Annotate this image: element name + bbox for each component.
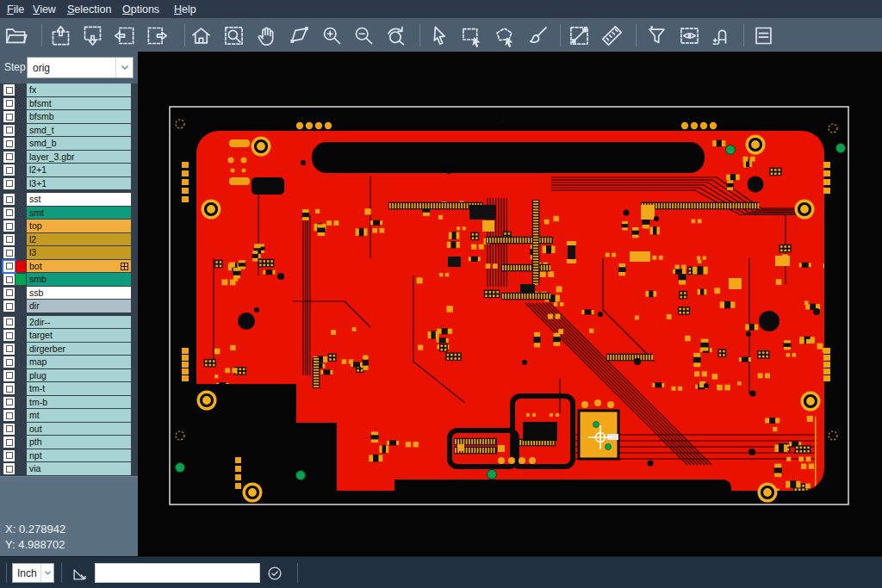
layer-checkbox-via[interactable] bbox=[3, 463, 15, 474]
layer-checkbox-bot[interactable] bbox=[3, 261, 15, 272]
layer-checkbox-l3+1[interactable] bbox=[3, 178, 15, 189]
layer-label-l3[interactable]: l3 bbox=[27, 246, 131, 259]
import-left-icon[interactable] bbox=[109, 22, 140, 48]
layer-label-2dir--[interactable]: 2dir-- bbox=[27, 316, 131, 329]
layer-label-fx[interactable]: fx bbox=[27, 84, 131, 96]
select-brush-icon[interactable] bbox=[522, 22, 553, 48]
layer-label-bfsmb[interactable]: bfsmb bbox=[27, 110, 131, 123]
measure-line-icon[interactable] bbox=[563, 22, 594, 48]
refresh-check-icon[interactable] bbox=[264, 562, 286, 585]
menu-item-options[interactable]: Options bbox=[122, 2, 159, 17]
layer-label-l2+1[interactable]: l2+1 bbox=[27, 164, 131, 176]
report-list-icon[interactable] bbox=[748, 22, 779, 48]
zoom-out-icon[interactable] bbox=[348, 22, 379, 48]
step-select[interactable]: orig bbox=[27, 57, 134, 78]
select-polygon-icon[interactable] bbox=[488, 22, 519, 48]
layer-label-bfsmt[interactable]: bfsmt bbox=[27, 97, 131, 110]
toolbar-separator bbox=[636, 24, 637, 46]
snap-magnet-icon[interactable] bbox=[706, 22, 737, 48]
layer-label-layer_3.gbr[interactable]: layer_3.gbr bbox=[27, 151, 131, 164]
measure-ruler-icon[interactable] bbox=[596, 22, 627, 48]
layer-checkbox-tm-b[interactable] bbox=[3, 397, 15, 408]
layer-label-pth[interactable]: pth bbox=[27, 436, 131, 449]
zoom-in-icon[interactable] bbox=[316, 22, 347, 48]
select-cursor-icon[interactable] bbox=[424, 22, 455, 48]
layer-label-sst[interactable]: sst bbox=[27, 193, 131, 206]
import-down-icon[interactable] bbox=[77, 22, 108, 48]
layer-label-mt[interactable]: mt bbox=[27, 409, 131, 422]
zoom-polygon-icon[interactable] bbox=[283, 22, 314, 48]
layer-checkbox-map[interactable] bbox=[3, 356, 15, 368]
layer-row-mt: mt bbox=[0, 409, 138, 423]
layer-checkbox-target[interactable] bbox=[3, 330, 15, 341]
layer-checkbox-2dir--[interactable] bbox=[3, 317, 15, 328]
layer-checkbox-mt[interactable] bbox=[3, 410, 15, 421]
layer-checkbox-sst[interactable] bbox=[3, 194, 15, 205]
layer-label-smt[interactable]: smt bbox=[27, 207, 131, 220]
layer-checkbox-pth[interactable] bbox=[3, 436, 15, 448]
layer-label-via[interactable]: via bbox=[27, 462, 131, 475]
layer-row-pth: pth bbox=[0, 436, 138, 449]
layer-checkbox-l2+1[interactable] bbox=[3, 164, 15, 176]
layer-checkbox-smt[interactable] bbox=[3, 207, 15, 219]
home-view-icon[interactable] bbox=[185, 22, 216, 48]
layer-checkbox-bfsmt[interactable] bbox=[3, 98, 15, 109]
layer-checkbox-fx[interactable] bbox=[3, 84, 15, 96]
layer-checkbox-top[interactable] bbox=[3, 220, 15, 232]
layer-checkbox-smd_b[interactable] bbox=[3, 138, 15, 149]
unit-select[interactable]: Inch bbox=[12, 563, 54, 583]
menu-item-help[interactable]: Help bbox=[174, 2, 196, 17]
layer-row-top: top bbox=[0, 220, 138, 233]
command-input[interactable] bbox=[95, 563, 260, 583]
layer-checkbox-out[interactable] bbox=[3, 424, 15, 435]
layer-label-l2[interactable]: l2 bbox=[27, 233, 131, 246]
layer-color-swatch[interactable] bbox=[16, 261, 26, 272]
layer-label-smd_b[interactable]: smd_b bbox=[27, 137, 131, 150]
layer-checkbox-l3[interactable] bbox=[3, 247, 15, 258]
layer-label-l3+1[interactable]: l3+1 bbox=[27, 177, 131, 190]
menu-item-view[interactable]: View bbox=[33, 2, 56, 17]
layer-label-out[interactable]: out bbox=[27, 423, 131, 436]
layer-color-swatch[interactable] bbox=[16, 274, 26, 285]
import-right-icon[interactable] bbox=[141, 22, 172, 48]
layer-checkbox-l2[interactable] bbox=[3, 234, 15, 245]
filter-icon[interactable] bbox=[641, 22, 672, 48]
layer-label-plug[interactable]: plug bbox=[27, 369, 131, 382]
layer-label-smb[interactable]: smb bbox=[27, 273, 131, 286]
grid-icon[interactable] bbox=[121, 262, 128, 273]
layer-label-bot[interactable]: bot bbox=[27, 260, 131, 273]
layer-row-bfsmb: bfsmb bbox=[0, 110, 138, 124]
corner-angle-icon[interactable] bbox=[69, 562, 91, 585]
layer-label-tm-t[interactable]: tm-t bbox=[27, 382, 131, 395]
layer-checkbox-dirgerber[interactable] bbox=[3, 344, 15, 355]
step-label: Step bbox=[4, 61, 26, 73]
pcb-canvas[interactable] bbox=[138, 52, 882, 556]
layer-label-npt[interactable]: npt bbox=[27, 449, 131, 462]
layer-checkbox-bfsmb[interactable] bbox=[3, 111, 15, 122]
layer-label-tm-b[interactable]: tm-b bbox=[27, 396, 131, 409]
zoom-reset-icon[interactable] bbox=[380, 22, 411, 48]
pan-hand-icon[interactable] bbox=[251, 22, 282, 48]
layer-checkbox-smb[interactable] bbox=[3, 274, 15, 285]
layer-label-dir[interactable]: dir bbox=[27, 300, 131, 313]
layer-checkbox-npt[interactable] bbox=[3, 450, 15, 461]
layer-label-dirgerber[interactable]: dirgerber bbox=[27, 343, 131, 356]
zoom-window-icon[interactable] bbox=[218, 22, 249, 48]
layer-checkbox-plug[interactable] bbox=[3, 370, 15, 381]
menu-item-selection[interactable]: Selection bbox=[67, 2, 111, 17]
layer-checkbox-smd_t[interactable] bbox=[3, 125, 15, 136]
select-rect-icon[interactable] bbox=[456, 22, 487, 48]
open-folder-icon[interactable] bbox=[0, 22, 31, 48]
layer-checkbox-tm-t[interactable] bbox=[3, 383, 15, 394]
menu-item-file[interactable]: File bbox=[7, 2, 24, 17]
layer-label-ssb[interactable]: ssb bbox=[27, 287, 131, 300]
layer-checkbox-ssb[interactable] bbox=[3, 288, 15, 299]
layer-checkbox-layer_3.gbr[interactable] bbox=[3, 152, 15, 163]
highlight-eye-icon[interactable] bbox=[674, 22, 705, 48]
layer-label-top[interactable]: top bbox=[27, 220, 131, 232]
layer-label-target[interactable]: target bbox=[27, 329, 131, 342]
layer-label-smd_t[interactable]: smd_t bbox=[27, 124, 131, 137]
import-up-icon[interactable] bbox=[45, 22, 76, 48]
layer-checkbox-dir[interactable] bbox=[3, 300, 15, 312]
layer-label-map[interactable]: map bbox=[27, 356, 131, 368]
